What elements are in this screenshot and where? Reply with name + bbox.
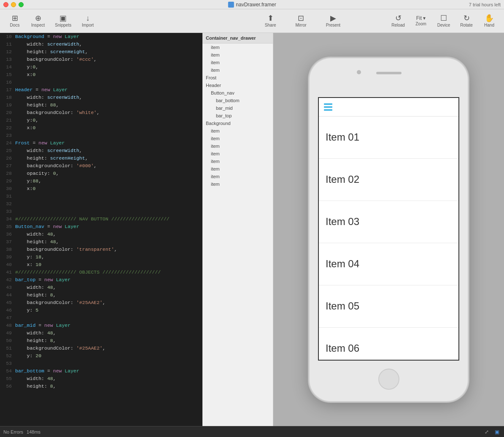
code-line: 54bar_bottom = new Layer (0, 367, 202, 375)
layer-item[interactable]: item (202, 51, 273, 59)
hamburger-bar-mid (324, 106, 332, 108)
device-button[interactable]: ☐ Device (433, 13, 454, 29)
layer-item[interactable]: item (202, 66, 273, 74)
app-header (319, 98, 458, 117)
list-item[interactable]: Item 05 (319, 285, 458, 328)
list-item[interactable]: Item 03 (319, 201, 458, 243)
share-button[interactable]: ⬆ Share (261, 13, 280, 29)
snippets-label: Snippets (55, 23, 71, 27)
line-content: width: screenWidth, (15, 41, 199, 48)
line-number: 56 (3, 383, 15, 390)
line-content (15, 79, 199, 86)
code-line: 41#//////////////////// OBJECTS ////////… (0, 269, 202, 276)
line-number: 15 (3, 71, 15, 79)
layer-item[interactable]: item (202, 59, 273, 66)
code-line: 28 opacity: 0, (0, 170, 202, 177)
line-number: 18 (3, 94, 15, 101)
line-number: 37 (3, 238, 15, 246)
code-line: 18 width: screenWidth, (0, 94, 202, 101)
layer-item[interactable]: Header (202, 81, 273, 89)
iphone-home-button[interactable] (378, 369, 399, 390)
maximize-button[interactable] (19, 2, 24, 7)
iphone-screen: Item 01Item 02Item 03Item 04Item 05Item … (318, 97, 459, 361)
layer-item[interactable]: item (202, 165, 273, 173)
code-line: 10Background = new Layer (0, 33, 202, 41)
layer-item[interactable]: bar_top (202, 112, 273, 119)
line-content: #//////////////////// OBJECTS //////////… (15, 269, 199, 276)
line-number: 44 (3, 291, 15, 299)
layer-item[interactable]: item (202, 43, 273, 51)
code-line: 31 (0, 193, 202, 200)
layer-item[interactable]: item (202, 150, 273, 157)
line-number: 29 (3, 177, 15, 185)
list-item[interactable]: Item 01 (319, 117, 458, 159)
line-content: height: screenHeight, (15, 155, 199, 162)
zoom-button[interactable]: Fit ▾ Zoom (410, 14, 431, 28)
code-editor[interactable]: 10Background = new Layer11 width: screen… (0, 33, 202, 426)
mirror-button[interactable]: ⊡ Mirror (292, 13, 310, 29)
line-number: 21 (3, 117, 15, 124)
line-content: Button_nav = new Layer (15, 223, 199, 231)
layer-item[interactable]: bar_bottom (202, 97, 273, 104)
present-button[interactable]: ▶ Present (323, 13, 344, 29)
layer-item[interactable]: item (202, 173, 273, 180)
line-number: 42 (3, 276, 15, 284)
title-bar: navDrawer.framer 7 trial hours left (0, 0, 504, 9)
layer-item[interactable]: item (202, 180, 273, 188)
list-item[interactable]: Item 06 (319, 328, 458, 361)
list-item[interactable]: Item 02 (319, 159, 458, 201)
list-item[interactable]: Item 04 (319, 243, 458, 285)
expand-icon[interactable]: ⤢ (483, 428, 491, 436)
layer-item[interactable]: Background (202, 119, 273, 127)
line-content: bar_bottom = new Layer (15, 367, 199, 375)
line-number: 41 (3, 269, 15, 276)
code-line: 45 backgroundColor: '#25AAE2', (0, 299, 202, 307)
code-line: 43 width: 48, (0, 284, 202, 291)
inspect-button[interactable]: ⊕ Inspect (27, 13, 49, 29)
split-icon[interactable]: ▣ (493, 428, 501, 436)
hand-button[interactable]: ✋ Hand (479, 13, 500, 29)
inspect-label: Inspect (31, 23, 45, 27)
line-number: 23 (3, 132, 15, 139)
code-line: 51 backgroundColor: '#25AAE2', (0, 345, 202, 352)
import-button[interactable]: ↓ Import (77, 13, 98, 29)
layer-item[interactable]: item (202, 157, 273, 165)
device-icon: ☐ (440, 14, 447, 22)
line-content: height: screenHeight, (15, 48, 199, 56)
reload-button[interactable]: ↺ Reload (388, 13, 409, 29)
present-label: Present (326, 23, 340, 27)
snippets-icon: ▣ (59, 14, 67, 22)
line-number: 53 (3, 360, 15, 367)
rotate-icon: ↻ (464, 14, 470, 22)
line-number: 16 (3, 79, 15, 86)
layer-item[interactable]: bar_mid (202, 104, 273, 112)
window-title: navDrawer.framer (228, 2, 276, 8)
code-line: 24Frost = new Layer (0, 139, 202, 147)
layer-item[interactable]: item (202, 135, 273, 142)
snippets-button[interactable]: ▣ Snippets (51, 13, 75, 29)
line-number: 38 (3, 246, 15, 253)
code-line: 39 y: 18, (0, 253, 202, 261)
layer-item[interactable]: Frost (202, 74, 273, 81)
code-line: 20 backgroundColor: 'white', (0, 109, 202, 117)
line-number: 55 (3, 375, 15, 383)
line-number: 26 (3, 155, 15, 162)
layer-item[interactable]: item (202, 127, 273, 135)
close-button[interactable] (3, 2, 8, 7)
code-line: 15 x:0 (0, 71, 202, 79)
rotate-button[interactable]: ↻ Rotate (456, 13, 477, 29)
docs-button[interactable]: ⊞ Docs (4, 13, 25, 29)
hamburger-button[interactable] (324, 103, 332, 111)
line-content (15, 314, 199, 322)
code-line: 40 x: 10 (0, 261, 202, 269)
layer-item[interactable]: item (202, 142, 273, 150)
minimize-button[interactable] (11, 2, 16, 7)
code-line: 48bar_mid = new Layer (0, 322, 202, 329)
line-content: height: 8, (15, 291, 199, 299)
code-line: 19 height: 88, (0, 101, 202, 109)
line-content: height: 88, (15, 101, 199, 109)
code-line: 56 height: 8, (0, 383, 202, 390)
layer-item[interactable]: Button_nav (202, 89, 273, 97)
line-number: 54 (3, 367, 15, 375)
line-content: y: 20 (15, 352, 199, 360)
